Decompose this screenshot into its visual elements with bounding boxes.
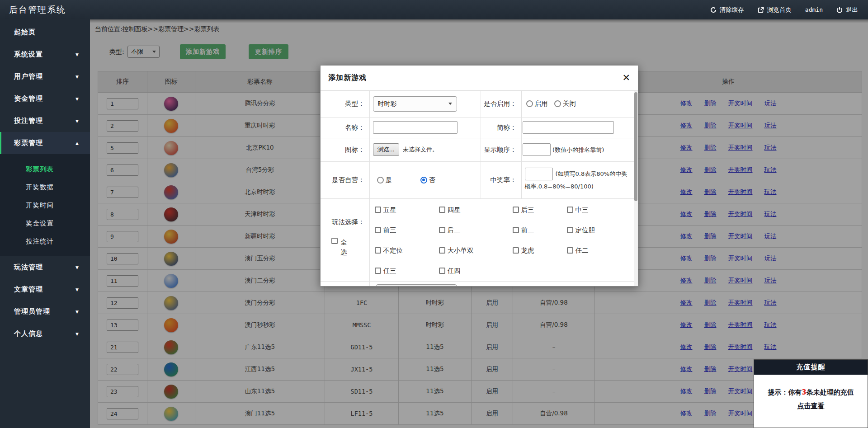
topbar: 后台管理系统 清除缓存 浏览首页 admin 退出	[0, 0, 868, 19]
chevron-up-icon: ▲	[75, 141, 79, 146]
play-option-五星[interactable]: 五星	[375, 206, 439, 214]
app-title: 后台管理系统	[9, 4, 66, 16]
enable-on-radio[interactable]: 启用	[526, 100, 548, 107]
checkbox-icon[interactable]	[513, 227, 519, 233]
sidebar-subitem-奖金设置[interactable]: 奖金设置	[0, 214, 90, 232]
play-select-label: 玩法选择：	[321, 218, 365, 226]
power-icon	[836, 7, 843, 13]
sidebar-item-系统设置[interactable]: 系统设置▼	[0, 43, 90, 66]
short-name-field[interactable]	[523, 121, 614, 134]
enable-off-radio[interactable]: 关闭	[554, 100, 576, 107]
select-all-checkbox[interactable]: 全选	[321, 237, 365, 257]
name-label: 名称：	[321, 117, 369, 138]
sidebar-item-用户管理[interactable]: 用户管理▼	[0, 66, 90, 88]
checkbox-icon[interactable]	[375, 268, 381, 274]
self-operated-yes-radio[interactable]: 是	[377, 176, 392, 183]
checkbox-icon[interactable]	[513, 207, 519, 213]
external-link-icon	[758, 7, 764, 13]
sidebar: 起始页系统设置▼用户管理▼资金管理▼投注管理▼彩票管理▲彩票列表开奖数据开奖时间…	[0, 19, 90, 428]
sidebar-subitem-开奖数据[interactable]: 开奖数据	[0, 178, 90, 196]
checkbox-icon[interactable]	[331, 238, 338, 244]
recharge-reminder-popup: 充值提醒 提示：你有3条未处理的充值 点击查看	[754, 359, 868, 428]
chevron-down-icon: ▼	[75, 287, 79, 292]
sidebar-item-个人信息[interactable]: 个人信息▼	[0, 323, 90, 345]
checkbox-icon[interactable]	[439, 207, 445, 213]
play-option-定位胆[interactable]: 定位胆	[567, 226, 635, 235]
sidebar-item-玩法管理[interactable]: 玩法管理▼	[0, 256, 90, 278]
close-icon[interactable]: ✕	[622, 73, 630, 83]
play-option-龙虎[interactable]: 龙虎	[513, 246, 567, 255]
checkbox-icon[interactable]	[375, 227, 381, 233]
checkbox-icon[interactable]	[439, 247, 445, 254]
recharge-message: 提示：你有3条未处理的充值	[754, 386, 868, 399]
recharge-popup-body: 提示：你有3条未处理的充值 点击查看	[754, 375, 868, 413]
checkbox-icon[interactable]	[513, 247, 519, 254]
logout-button[interactable]: 退出	[836, 6, 858, 14]
sidebar-submenu: 彩票列表开奖数据开奖时间奖金设置投注统计	[0, 154, 90, 256]
sidebar-subitem-投注统计[interactable]: 投注统计	[0, 232, 90, 250]
play-option-不定位[interactable]: 不定位	[375, 246, 439, 255]
enable-label: 是否启用：	[481, 91, 521, 117]
play-option-任三[interactable]: 任三	[375, 267, 439, 275]
display-order-note: (数值小的排名靠前)	[552, 146, 604, 153]
sidebar-item-管理员管理[interactable]: 管理员管理▼	[0, 301, 90, 323]
topbar-actions: 清除缓存 浏览首页 admin 退出	[710, 6, 858, 14]
chevron-down-icon: ▼	[75, 119, 79, 123]
name-field[interactable]	[373, 121, 458, 134]
win-rate-field[interactable]	[525, 168, 553, 180]
add-game-modal: 添加新游戏 ✕ 类型： 时时彩 是否启用： 启用 关闭 名称： 简称：	[320, 65, 638, 287]
checkbox-icon[interactable]	[567, 227, 573, 233]
sidebar-subitem-彩票列表[interactable]: 彩票列表	[0, 160, 90, 178]
pending-count: 3	[802, 388, 806, 396]
checkbox-icon[interactable]	[375, 247, 381, 254]
sidebar-item-投注管理[interactable]: 投注管理▼	[0, 110, 90, 132]
modal-scrollbar[interactable]	[634, 91, 638, 286]
view-recharges-link[interactable]: 点击查看	[797, 399, 825, 413]
checkbox-icon[interactable]	[567, 247, 573, 254]
icon-label: 图标：	[321, 138, 369, 161]
display-order-field[interactable]	[523, 143, 551, 156]
modal-scrollbar-thumb[interactable]	[634, 92, 637, 201]
checkbox-icon[interactable]	[567, 207, 573, 213]
sidebar-item-起始页[interactable]: 起始页	[0, 21, 90, 43]
clear-cache-button[interactable]: 清除缓存	[710, 6, 744, 14]
game-type-label: 类型：	[321, 91, 369, 117]
play-option-任四[interactable]: 任四	[439, 267, 513, 275]
chevron-down-icon: ▼	[75, 97, 79, 101]
browse-home-button[interactable]: 浏览首页	[758, 6, 792, 14]
chevron-down-icon: ▼	[75, 310, 79, 314]
self-operated-no-radio[interactable]: 否	[420, 176, 436, 183]
checkbox-icon[interactable]	[439, 268, 445, 274]
refresh-icon	[710, 7, 717, 13]
modal-header: 添加新游戏 ✕	[321, 66, 638, 91]
sidebar-item-文章管理[interactable]: 文章管理▼	[0, 278, 90, 301]
browse-file-button[interactable]: 浏览...	[373, 143, 399, 156]
play-option-中三[interactable]: 中三	[567, 206, 635, 214]
play-option-大小单双[interactable]: 大小单双	[439, 246, 513, 255]
modal-title: 添加新游戏	[328, 73, 367, 83]
sidebar-item-彩票管理[interactable]: 彩票管理▲	[0, 132, 90, 154]
clipped-row-label	[321, 281, 369, 287]
play-option-前二[interactable]: 前二	[513, 226, 567, 235]
checkbox-icon[interactable]	[439, 227, 445, 233]
sidebar-item-资金管理[interactable]: 资金管理▼	[0, 88, 90, 110]
add-game-form: 类型： 时时彩 是否启用： 启用 关闭 名称： 简称： 图标： 浏览...未选择…	[321, 91, 634, 287]
win-rate-label: 中奖率：	[481, 161, 521, 198]
game-type-select[interactable]: 时时彩	[373, 96, 457, 112]
recharge-popup-title: 充值提醒	[754, 360, 868, 375]
sidebar-group-5: 彩票管理▲彩票列表开奖数据开奖时间奖金设置投注统计	[0, 132, 90, 256]
play-option-任二[interactable]: 任二	[567, 246, 635, 255]
clipped-select[interactable]	[376, 284, 457, 287]
chevron-down-icon: ▼	[75, 75, 79, 79]
checkbox-icon[interactable]	[375, 207, 381, 213]
play-option-后三[interactable]: 后三	[513, 206, 567, 214]
play-option-前三[interactable]: 前三	[375, 226, 439, 235]
play-option-后二[interactable]: 后二	[439, 226, 513, 235]
chevron-down-icon	[448, 103, 452, 105]
chevron-down-icon: ▼	[75, 332, 79, 336]
short-name-label: 简称：	[481, 117, 521, 138]
sidebar-subitem-开奖时间[interactable]: 开奖时间	[0, 196, 90, 214]
play-options-grid: 五星四星后三中三前三后二前二定位胆不定位大小单双龙虎任二任三任四	[370, 200, 635, 281]
chevron-down-icon: ▼	[75, 265, 79, 270]
play-option-四星[interactable]: 四星	[439, 206, 513, 214]
